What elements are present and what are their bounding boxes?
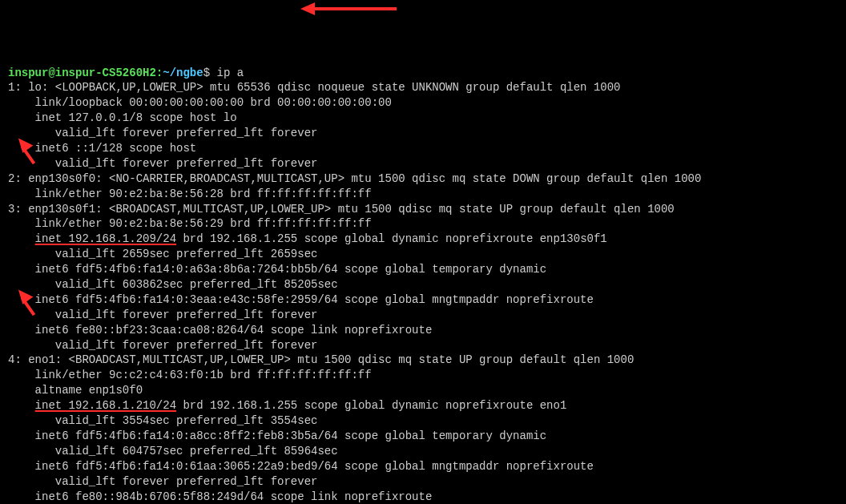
command-input[interactable]: ip a [216, 67, 244, 79]
if-eno1-link: link/ether 9c:c2:c4:63:f0:1b brd ff:ff:f… [8, 369, 372, 381]
prompt-path: ~/ngbe [163, 67, 203, 79]
if-lo-link: link/loopback 00:00:00:00:00:00 brd 00:0… [8, 96, 392, 109]
if-eno1-inet6-2: inet6 fdf5:4fb6:fa14:0:61aa:3065:22a9:be… [8, 460, 594, 473]
if-lo-inet6: inet6 ::1/128 scope host [8, 142, 196, 155]
prompt-sep: : [156, 67, 163, 79]
if-eno1-inet-pre [8, 399, 35, 412]
if-enp130s0f1-inet-addr: inet 192.168.1.209/24 [35, 232, 176, 245]
if-enp130s0f1-inet6-2: inet6 fdf5:4fb6:fa14:0:3eaa:e43c:58fe:29… [8, 293, 594, 306]
if-eno1-inet-addr: inet 192.168.1.210/24 [35, 399, 176, 412]
if-eno1-valid: valid_lft 3554sec preferred_lft 3554sec [8, 414, 317, 427]
prompt-user-host: inspur@inspur-CS5260H2 [8, 67, 156, 79]
if-enp130s0f0-link: link/ether 90:e2:ba:8e:56:28 brd ff:ff:f… [8, 187, 372, 200]
if-lo-valid6: valid_lft forever preferred_lft forever [8, 157, 317, 170]
if-enp130s0f1-valid6-1: valid_lft 603862sec preferred_lft 85205s… [8, 278, 338, 291]
if-enp130s0f1-valid6-2: valid_lft forever preferred_lft forever [8, 308, 317, 321]
if-eno1-valid6-2: valid_lft forever preferred_lft forever [8, 475, 317, 488]
if-enp130s0f1-link: link/ether 90:e2:ba:8e:56:29 brd ff:ff:f… [8, 217, 372, 230]
if-enp130s0f1-valid: valid_lft 2659sec preferred_lft 2659sec [8, 248, 317, 260]
if-enp130s0f1-inet-post: brd 192.168.1.255 scope global dynamic n… [176, 232, 607, 245]
if-enp130s0f1-inet-pre [8, 232, 35, 245]
if-lo-valid: valid_lft forever preferred_lft forever [8, 127, 317, 139]
if-eno1-header: 4: eno1: <BROADCAST,MULTICAST,UP,LOWER_U… [8, 353, 634, 366]
prompt-dollar: $ [203, 67, 217, 79]
if-eno1-altname: altname enp1s0f0 [8, 384, 143, 397]
if-enp130s0f1-inet6-3: inet6 fe80::bf23:3caa:ca08:8264/64 scope… [8, 324, 432, 337]
if-lo-header: 1: lo: <LOOPBACK,UP,LOWER_UP> mtu 65536 … [8, 81, 621, 94]
if-enp130s0f1-header: 3: enp130s0f1: <BROADCAST,MULTICAST,UP,L… [8, 203, 675, 216]
if-enp130s0f1-inet6-1: inet6 fdf5:4fb6:fa14:0:a63a:8b6a:7264:bb… [8, 263, 546, 276]
if-eno1-valid6-1: valid_lft 604757sec preferred_lft 85964s… [8, 445, 338, 458]
annotation-arrow-command [300, 2, 397, 18]
if-lo-inet: inet 127.0.0.1/8 scope host lo [8, 111, 237, 124]
if-enp130s0f0-header: 2: enp130s0f0: <NO-CARRIER,BROADCAST,MUL… [8, 172, 701, 185]
if-enp130s0f1-valid6-3: valid_lft forever preferred_lft forever [8, 339, 317, 352]
if-eno1-inet6-1: inet6 fdf5:4fb6:fa14:0:a8cc:8ff2:feb8:3b… [8, 429, 546, 442]
terminal-output: inspur@inspur-CS5260H2:~/ngbe$ ip a 1: l… [8, 66, 838, 504]
if-eno1-inet6-3: inet6 fe80::984b:6706:5f88:249d/64 scope… [8, 490, 432, 503]
if-eno1-inet-post: brd 192.168.1.255 scope global dynamic n… [176, 399, 566, 412]
